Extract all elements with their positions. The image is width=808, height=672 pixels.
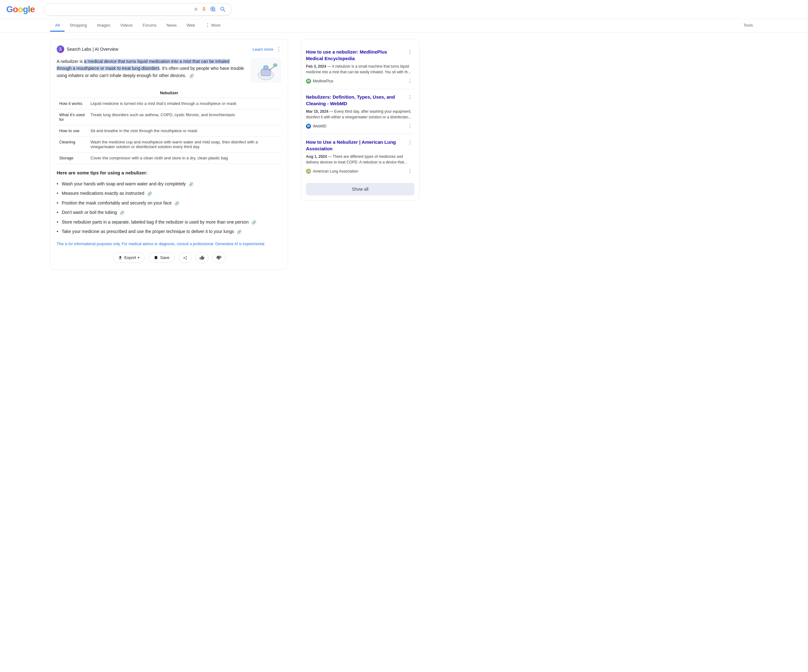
tips-list: Wash your hands with soap and warm water… bbox=[57, 179, 282, 236]
tab-videos[interactable]: Videos bbox=[115, 20, 138, 32]
result-options-button[interactable]: ⋮ bbox=[406, 139, 414, 146]
table-cell-value: Cover the compressor with a clean cloth … bbox=[88, 152, 282, 164]
table-row: What it's used forTreats lung disorders … bbox=[57, 109, 282, 125]
source-link-icon[interactable]: 🔗 bbox=[189, 73, 194, 79]
tab-all[interactable]: All bbox=[50, 20, 65, 32]
table-cell-value: Liquid medicine is turned into a mist th… bbox=[88, 98, 282, 109]
result-item: How to Use a Nebulizer | American Lung A… bbox=[306, 134, 414, 179]
tab-more[interactable]: ⋮ More bbox=[200, 19, 226, 32]
thumbs-down-icon bbox=[216, 255, 221, 260]
tab-web[interactable]: Web bbox=[182, 20, 200, 32]
nebulizer-image bbox=[250, 58, 282, 83]
result-source: 🫁 American Lung Association ⋮ bbox=[306, 168, 414, 175]
action-buttons: Export ▾ Save bbox=[57, 252, 282, 263]
google-search-button[interactable] bbox=[220, 6, 226, 13]
ai-overview-options-button[interactable]: ⋮ bbox=[276, 46, 282, 53]
ai-overview-title: Search Labs | AI Overview bbox=[57, 45, 119, 53]
source-link-icon[interactable]: 🔗 bbox=[251, 220, 257, 225]
svg-rect-4 bbox=[264, 66, 268, 70]
table-cell-label: What it's used for bbox=[57, 109, 88, 125]
learn-more-section: Learn more ⋮ bbox=[253, 46, 282, 53]
source-link-icon[interactable]: 🔗 bbox=[119, 210, 125, 216]
result-options-button[interactable]: ⋮ bbox=[406, 93, 414, 101]
result-item: Nebulizers: Definition, Types, Uses, and… bbox=[306, 89, 414, 134]
result-source: M MedlinePlus ⋮ bbox=[306, 77, 414, 85]
ai-share-button[interactable] bbox=[179, 252, 192, 263]
list-item: Measure medications exactly as instructe… bbox=[57, 188, 282, 198]
thumbs-up-icon bbox=[199, 255, 205, 260]
search-input[interactable]: Nebulizer bbox=[49, 7, 190, 12]
source-info: 🫁 American Lung Association bbox=[306, 169, 358, 174]
tab-forums[interactable]: Forums bbox=[138, 20, 162, 32]
header: Google Nebulizer ✕ bbox=[0, 0, 808, 19]
source-link-icon[interactable]: 🔗 bbox=[188, 182, 194, 187]
right-column: How to use a nebulizer: MedlinePlus Medi… bbox=[300, 39, 420, 276]
disclaimer-text: This is for informational purposes only.… bbox=[57, 241, 282, 247]
ai-overview-header: Search Labs | AI Overview Learn more ⋮ bbox=[57, 45, 282, 53]
result-source-options-button[interactable]: ⋮ bbox=[406, 168, 414, 175]
microphone-icon bbox=[201, 7, 207, 12]
source-link-icon[interactable]: 🔗 bbox=[147, 191, 152, 197]
result-item-header: How to Use a Nebulizer | American Lung A… bbox=[306, 139, 414, 152]
svg-point-7 bbox=[275, 65, 276, 66]
source-link-icon[interactable]: 🔗 bbox=[237, 229, 242, 235]
svg-rect-1 bbox=[212, 8, 214, 9]
result-item-header: Nebulizers: Definition, Types, Uses, and… bbox=[306, 93, 414, 107]
result-item: How to use a nebulizer: MedlinePlus Medi… bbox=[306, 44, 414, 89]
result-title[interactable]: How to use a nebulizer: MedlinePlus Medi… bbox=[306, 48, 406, 62]
export-icon bbox=[118, 255, 122, 260]
result-title[interactable]: Nebulizers: Definition, Types, Uses, and… bbox=[306, 93, 406, 107]
table-row: StorageCover the compressor with a clean… bbox=[57, 152, 282, 164]
list-item: Wash your hands with soap and warm water… bbox=[57, 179, 282, 188]
tab-images[interactable]: Images bbox=[92, 20, 115, 32]
main-content: Search Labs | AI Overview Learn more ⋮ A… bbox=[0, 33, 808, 282]
nebulizer-illustration bbox=[252, 60, 280, 82]
overview-text: A nebulizer is a medical device that tur… bbox=[57, 58, 245, 83]
table-cell-value: Wash the medicine cup and mouthpiece wit… bbox=[88, 137, 282, 152]
thumbs-up-button[interactable] bbox=[195, 252, 209, 263]
source-link-icon[interactable]: 🔗 bbox=[174, 201, 180, 206]
result-excerpt: Feb 3, 2024 — A nebulizer is a small mac… bbox=[306, 63, 414, 75]
tab-tools[interactable]: Tools bbox=[738, 20, 758, 32]
result-excerpt: Mar 15, 2024 — Every third day, after wa… bbox=[306, 108, 414, 120]
results-list: How to use a nebulizer: MedlinePlus Medi… bbox=[306, 44, 414, 179]
table-cell-label: How to use bbox=[57, 125, 88, 137]
share-icon bbox=[183, 255, 188, 260]
left-column: Search Labs | AI Overview Learn more ⋮ A… bbox=[50, 39, 288, 276]
table-heading: Nebulizer bbox=[57, 88, 282, 98]
chevron-down-icon: ▾ bbox=[138, 256, 139, 259]
info-table: Nebulizer How it worksLiquid medicine is… bbox=[57, 88, 282, 164]
source-info: M MedlinePlus bbox=[306, 78, 333, 83]
overview-body: A nebulizer is a medical device that tur… bbox=[57, 58, 282, 83]
result-options-button[interactable]: ⋮ bbox=[406, 48, 414, 56]
result-source-options-button[interactable]: ⋮ bbox=[406, 122, 414, 130]
table-row: How to useSit and breathe in the mist th… bbox=[57, 125, 282, 137]
list-item: Position the mask comfortably and secure… bbox=[57, 198, 282, 208]
show-all-button[interactable]: Show all bbox=[306, 183, 414, 195]
ai-overview-card: Search Labs | AI Overview Learn more ⋮ A… bbox=[50, 39, 288, 270]
tab-news[interactable]: News bbox=[162, 20, 182, 32]
result-item-header: How to use a nebulizer: MedlinePlus Medi… bbox=[306, 48, 414, 62]
lens-icon bbox=[210, 6, 216, 13]
export-button[interactable]: Export ▾ bbox=[113, 252, 145, 263]
result-source-options-button[interactable]: ⋮ bbox=[406, 77, 414, 85]
source-info: W WebMD bbox=[306, 124, 326, 129]
tab-shopping[interactable]: Shopping bbox=[65, 20, 92, 32]
learn-more-link[interactable]: Learn more bbox=[253, 47, 274, 52]
source-favicon: M bbox=[306, 78, 311, 83]
table-row: How it worksLiquid medicine is turned in… bbox=[57, 98, 282, 109]
clear-button[interactable]: ✕ bbox=[194, 6, 198, 13]
more-dots-icon: ⋮ bbox=[205, 22, 210, 28]
result-title[interactable]: How to Use a Nebulizer | American Lung A… bbox=[306, 139, 406, 152]
thumbs-down-button[interactable] bbox=[212, 252, 225, 263]
google-logo: Google bbox=[6, 4, 35, 14]
save-button[interactable]: Save bbox=[149, 252, 175, 263]
source-name: WebMD bbox=[313, 124, 326, 128]
table-cell-label: Storage bbox=[57, 152, 88, 164]
voice-search-button[interactable] bbox=[201, 7, 207, 12]
table-cell-value: Sit and breathe in the mist through the … bbox=[88, 125, 282, 137]
source-name: MedlinePlus bbox=[313, 79, 333, 83]
tips-heading: Here are some tips for using a nebulizer… bbox=[57, 170, 282, 175]
search-bar: Nebulizer ✕ bbox=[44, 3, 232, 16]
lens-search-button[interactable] bbox=[210, 6, 216, 13]
